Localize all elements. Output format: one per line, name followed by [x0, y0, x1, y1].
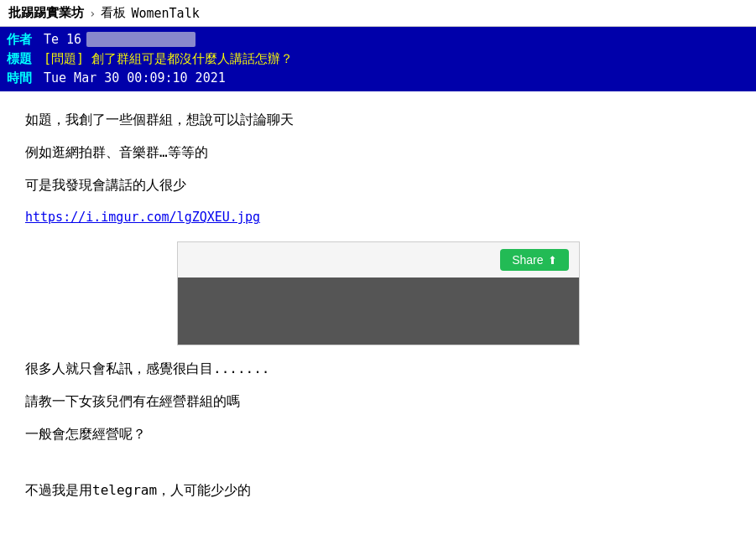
- post-author-row: 作者 Te 16: [0, 30, 756, 49]
- breadcrumb-separator: ›: [89, 7, 96, 20]
- post-content: 如題，我創了一些個群組，想說可以討論聊天 例如逛網拍群、音樂群…等等的 可是我發…: [0, 91, 756, 528]
- author-avatar: [86, 32, 196, 47]
- content-line-2: 例如逛網拍群、音樂群…等等的: [25, 141, 731, 165]
- image-embed-body: [178, 278, 579, 345]
- image-embed-container: Share ⬆: [177, 241, 580, 345]
- breadcrumb-parent-link[interactable]: 批踢踢實業坊: [8, 5, 84, 21]
- breadcrumb-board-prefix: 看板: [101, 5, 126, 21]
- time-label: 時間: [7, 70, 40, 86]
- share-button-label: Share: [512, 253, 543, 267]
- post-header: 作者 Te 16 標題 [問題] 創了群組可是都沒什麼人講話怎辦？ 時間 Tue…: [0, 27, 756, 91]
- author-label: 作者: [7, 32, 40, 48]
- title-label: 標題: [7, 51, 40, 67]
- post-title-row: 標題 [問題] 創了群組可是都沒什麼人講話怎辦？: [0, 49, 756, 69]
- content-line-4: 很多人就只會私訊，感覺很白目.......: [25, 357, 731, 381]
- content-line-3: 可是我發現會講話的人很少: [25, 174, 731, 198]
- post-time-row: 時間 Tue Mar 30 00:09:10 2021: [0, 69, 756, 88]
- share-icon: ⬆: [548, 254, 557, 267]
- post-author-value: Te 16: [44, 32, 196, 47]
- image-embed-toolbar: Share ⬆: [178, 242, 579, 278]
- content-line-6: 一般會怎麼經營呢？: [25, 423, 731, 447]
- content-line-7: 不過我是用telegram，人可能少少的: [25, 479, 731, 503]
- post-title: [問題] 創了群組可是都沒什麼人講話怎辦？: [44, 51, 293, 67]
- content-line-5: 請教一下女孩兒們有在經營群組的嗎: [25, 390, 731, 414]
- content-image-link[interactable]: https://i.imgur.com/lgZQXEU.jpg: [25, 205, 731, 230]
- post-time: Tue Mar 30 00:09:10 2021: [44, 70, 226, 86]
- breadcrumb-board-name: WomenTalk: [131, 6, 199, 21]
- share-button[interactable]: Share ⬆: [500, 249, 568, 271]
- content-line-1: 如題，我創了一些個群組，想說可以討論聊天: [25, 108, 731, 132]
- imgur-link[interactable]: https://i.imgur.com/lgZQXEU.jpg: [25, 210, 260, 225]
- author-name: Te 16: [44, 32, 81, 47]
- breadcrumb: 批踢踢實業坊 › 看板 WomenTalk: [0, 0, 756, 27]
